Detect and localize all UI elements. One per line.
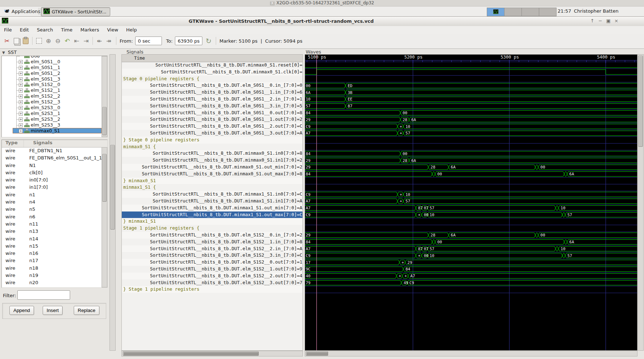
zoom-fit-icon[interactable] xyxy=(35,37,43,45)
sst-item-elm_S1S2__2[interactable]: +elm_S1S2__2 xyxy=(2,93,102,99)
sst-tree-scrollbar[interactable] xyxy=(102,56,107,137)
signal-row[interactable]: SortUnitStructRTL__nbits_8_tb.DUT.elm_S1… xyxy=(122,279,302,286)
wave-canvas[interactable]: 5100 ps5200 ps5300 ps5400 ps00ED6A3B10EE… xyxy=(305,54,637,351)
menu-help[interactable]: Help xyxy=(122,26,141,34)
sst-item-elm_S0S1__3[interactable]: +elm_S0S1__3 xyxy=(2,76,102,82)
sst-item-elm_S1S2__3[interactable]: +elm_S1S2__3 xyxy=(2,99,102,105)
signal-row[interactable]: SortUnitStructRTL__nbits_8_tb.DUT.minmax… xyxy=(122,191,302,198)
comment-row[interactable]: minmax1_S1 { xyxy=(122,184,302,191)
to-input[interactable]: 63930 ps xyxy=(175,37,203,45)
wave-lane-minmax0_S1.out_max[7:0][interactable]: 84006A xyxy=(305,172,637,177)
time-header[interactable]: Time xyxy=(122,55,302,62)
expand-plus-icon[interactable]: + xyxy=(19,66,23,70)
signal-row[interactable]: SortUnitStructRTL__nbits_8_tb.DUT.elm_S1… xyxy=(122,259,302,266)
wave-lane-elm_S1S2__2.in_[7:0][interactable]: A787075710 xyxy=(305,246,637,251)
expand-plus-icon[interactable]: + xyxy=(19,60,23,64)
wave-lane-elm_S1S2__0.out[7:0][interactable]: 17+29 xyxy=(305,260,637,265)
wave-lane-minmax1_S1.in0[7:0][interactable]: C9+10 xyxy=(305,192,637,197)
shift-left-icon[interactable]: ↞ xyxy=(95,37,103,45)
signal-list-row[interactable]: wireN1 xyxy=(2,162,102,169)
fetch-end-icon[interactable]: ⇥ xyxy=(82,37,90,45)
filter-input[interactable] xyxy=(17,290,70,300)
zoom-out-icon[interactable]: ⊖ xyxy=(54,37,62,45)
signal-row[interactable]: SortUnitStructRTL__nbits_8_tb.DUT.elm_S0… xyxy=(122,96,302,103)
signal-row[interactable]: SortUnitStructRTL__nbits_8_tb.DUT.elm_S1… xyxy=(122,252,302,259)
wave-lane-minmax0_S1.clk[0][interactable] xyxy=(305,70,637,74)
reload-icon[interactable]: ↻ xyxy=(205,37,212,45)
signal-list-scrollbar[interactable] xyxy=(102,147,107,287)
signal-list-row[interactable]: wiren13 xyxy=(2,228,102,235)
signal-list-row[interactable]: wirein1[7:0] xyxy=(2,184,102,191)
signal-row[interactable]: SortUnitStructRTL__nbits_8_tb.DUT.minmax… xyxy=(122,69,302,76)
wave-lane-elm_S1S2__0.in_[7:0][interactable]: 29286A00 xyxy=(305,233,637,238)
wave-lane-elm_S0S1__3.out[7:0][interactable]: A7+57 xyxy=(305,131,637,136)
wave-lane-elm_S1S2__1.in_[7:0][interactable]: 84006A xyxy=(305,240,637,245)
comment-row[interactable]: } Stage 0 pipeline registers xyxy=(122,137,302,144)
close-button[interactable]: × xyxy=(613,18,619,23)
signal-list-row[interactable]: wiren15 xyxy=(2,243,102,250)
wave-lane-elm_S1S2__2.out[7:0][interactable]: 40++A7 xyxy=(305,274,637,279)
sst-item-elm_S1S2__1[interactable]: +elm_S1S2__1 xyxy=(2,87,102,93)
workspace-pager[interactable] xyxy=(487,8,557,16)
signal-row[interactable]: SortUnitStructRTL__nbits_8_tb.DUT.minmax… xyxy=(122,211,302,218)
comment-row[interactable]: } minmax1_S1 xyxy=(122,218,302,225)
signal-row[interactable]: SortUnitStructRTL__nbits_8_tb.DUT.elm_S1… xyxy=(122,232,302,239)
fetch-start-icon[interactable]: ⇤ xyxy=(73,37,81,45)
wave-lane-elm_S1S2__3.in_[7:0][interactable]: C9+001057 xyxy=(305,253,637,258)
expand-plus-icon[interactable]: + xyxy=(19,117,23,121)
signal-list-row[interactable]: wiren16 xyxy=(2,250,102,257)
sst-header[interactable]: ▼ SST xyxy=(2,50,17,55)
sst-item-elm_S0S1__0[interactable]: +elm_S0S1__0 xyxy=(2,59,102,65)
signal-list-row[interactable]: wireFE_DBTN1_N1 xyxy=(2,147,102,154)
menu-file[interactable]: File xyxy=(0,26,16,34)
signal-row[interactable]: SortUnitStructRTL__nbits_8_tb.DUT.minmax… xyxy=(122,198,302,205)
wave-lane-elm_S0S1__0.in_[7:0][interactable]: 00ED xyxy=(305,83,637,88)
sst-item-elm_S1S2__0[interactable]: +elm_S1S2__0 xyxy=(2,82,102,87)
signal-list-row[interactable]: wiren20 xyxy=(2,279,102,286)
signal-list-header[interactable]: Type Signals xyxy=(2,140,107,148)
expand-plus-icon[interactable]: + xyxy=(19,89,23,93)
minimize-button[interactable]: − xyxy=(597,18,604,23)
signal-row[interactable]: SortUnitStructRTL__nbits_8_tb.DUT.elm_S0… xyxy=(122,123,302,130)
signal-row[interactable]: SortUnitStructRTL__nbits_8_tb.DUT.elm_S1… xyxy=(122,266,302,273)
wave-lane-elm_S1S2__3.out[7:0][interactable]: 7949C9 xyxy=(305,280,637,285)
signal-list-row[interactable]: wiren17 xyxy=(2,257,102,264)
wave-lane-minmax0_S1.in1[7:0][interactable]: 29286A xyxy=(305,158,637,163)
signal-list-row[interactable]: wirein0[7:0] xyxy=(2,176,102,184)
wave-lane-elm_S0S1__2.out[7:0][interactable]: C9+10 xyxy=(305,124,637,129)
from-input[interactable]: 0 sec xyxy=(135,37,162,45)
signal-row[interactable]: SortUnitStructRTL__nbits_8_tb.DUT.elm_S0… xyxy=(122,116,302,123)
menu-time[interactable]: Time xyxy=(57,26,77,34)
signal-row[interactable]: SortUnitStructRTL__nbits_8_tb.DUT.minmax… xyxy=(122,205,302,211)
cut-icon[interactable]: ✂ xyxy=(3,37,11,45)
comment-row[interactable]: Stage 1 pipeline registers { xyxy=(122,225,302,232)
wave-lane-elm_S0S1__3.in_[7:0][interactable]: 5787 xyxy=(305,104,637,109)
applications-menu[interactable]: Applications xyxy=(1,7,43,16)
insert-button[interactable]: Insert xyxy=(43,306,63,315)
wave-lane-elm_S1S2__1.out[7:0][interactable]: 9C84 xyxy=(305,267,637,272)
wave-lane-elm_S0S1__1.out[7:0][interactable]: 29286A xyxy=(305,117,637,122)
signal-row[interactable]: SortUnitStructRTL__nbits_8_tb.DUT.elm_S0… xyxy=(122,82,302,89)
workspace-cell[interactable] xyxy=(521,8,539,16)
signal-row[interactable]: SortUnitStructRTL__nbits_8_tb.DUT.elm_S1… xyxy=(122,245,302,252)
signal-list-row[interactable]: wireFE_DBTN6_elm_S0S1__out_1_1 xyxy=(2,154,102,162)
wave-lane-elm_S0S1__1.in_[7:0][interactable]: 6A3B xyxy=(305,90,637,95)
signal-list-row[interactable]: wiren4 xyxy=(2,198,102,206)
signal-row[interactable]: SortUnitStructRTL__nbits_8_tb.DUT.minmax… xyxy=(122,157,302,164)
expand-plus-icon[interactable]: + xyxy=(19,123,23,127)
sst-item-minmax0_S1[interactable]: +minmax0_S1 xyxy=(2,128,102,134)
signal-row[interactable]: SortUnitStructRTL__nbits_8_tb.DUT.elm_S0… xyxy=(122,110,302,116)
wave-lane-minmax0_S1.out_min[7:0][interactable]: 29286A00 xyxy=(305,165,637,170)
signal-row[interactable]: SortUnitStructRTL__nbits_8_tb.DUT.minmax… xyxy=(122,171,302,178)
signal-row[interactable]: SortUnitStructRTL__nbits_8_tb.DUT.elm_S0… xyxy=(122,103,302,110)
copy-icon[interactable] xyxy=(12,37,20,45)
signal-list-row[interactable]: wiren11 xyxy=(2,221,102,228)
signal-row[interactable]: SortUnitStructRTL__nbits_8_tb.DUT.minmax… xyxy=(122,150,302,157)
expand-plus-icon[interactable]: + xyxy=(19,94,23,98)
workspace-cell[interactable] xyxy=(504,8,522,16)
append-button[interactable]: Append xyxy=(9,306,34,315)
workspace-cell[interactable] xyxy=(539,8,557,16)
signal-row[interactable]: SortUnitStructRTL__nbits_8_tb.DUT.elm_S0… xyxy=(122,130,302,137)
expand-plus-icon[interactable]: + xyxy=(19,83,23,87)
restore-button[interactable]: ▣ xyxy=(605,18,611,23)
